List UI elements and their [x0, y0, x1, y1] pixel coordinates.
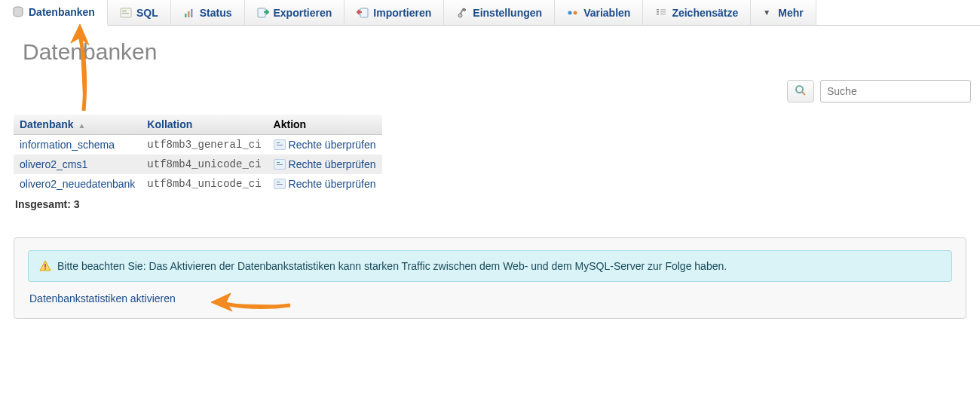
svg-point-11 [568, 11, 572, 14]
svg-rect-16 [660, 9, 666, 11]
db-link[interactable]: olivero2_cms1 [20, 158, 87, 170]
top-tabs: Datenbanken SQL Status Exportieren Impor… [0, 0, 980, 26]
collation-value: utf8mb3_general_ci [141, 135, 267, 155]
status-icon [183, 7, 195, 19]
svg-rect-2 [122, 11, 127, 11]
sql-icon [120, 7, 132, 19]
svg-line-20 [802, 92, 805, 95]
tab-label: Exportieren [274, 7, 332, 19]
collation-value: utf8mb4_unicode_ci [141, 174, 267, 194]
tab-sql[interactable]: SQL [108, 0, 171, 25]
search-input[interactable] [820, 80, 971, 102]
tab-status[interactable]: Status [171, 0, 245, 25]
search-row [0, 75, 980, 107]
tab-importieren[interactable]: Importieren [345, 0, 444, 25]
svg-rect-22 [44, 268, 46, 270]
table-row: information_schema utf8mb3_general_ci Re… [14, 135, 382, 155]
notice-panel: Bitte beachten Sie: Das Aktivieren der D… [14, 237, 966, 319]
database-icon [12, 6, 24, 18]
enable-stats-link[interactable]: Datenbankstatistiken aktivieren [29, 292, 176, 304]
collation-value: utf8mb4_unicode_ci [141, 155, 267, 174]
notice-text: Bitte beachten Sie: Das Aktivieren der D… [57, 260, 727, 272]
svg-rect-13 [657, 9, 659, 11]
table-row: olivero2_cms1 utf8mb4_unicode_ci Rechte … [14, 155, 382, 174]
svg-point-9 [464, 8, 466, 11]
svg-rect-3 [122, 13, 129, 14]
db-link[interactable]: information_schema [20, 139, 115, 151]
tab-label: Status [200, 7, 232, 19]
svg-point-12 [574, 11, 577, 14]
col-action: Aktion [268, 115, 382, 135]
charset-icon [655, 7, 667, 19]
svg-rect-18 [660, 14, 666, 15]
notice-message: Bitte beachten Sie: Das Aktivieren der D… [28, 250, 952, 282]
db-link[interactable]: olivero2_neuedatenbank [20, 178, 135, 190]
privileges-icon [274, 159, 286, 170]
total-count: Insgesamt: 3 [14, 194, 427, 210]
table-row: olivero2_neuedatenbank utf8mb4_unicode_c… [14, 174, 382, 194]
svg-rect-14 [657, 11, 659, 13]
tab-label: Mehr [778, 7, 803, 19]
variables-icon [567, 7, 579, 19]
svg-rect-4 [185, 14, 187, 17]
tab-label: Einstellungen [473, 7, 542, 19]
privileges-icon [274, 139, 286, 150]
svg-rect-5 [188, 11, 190, 17]
tab-exportieren[interactable]: Exportieren [245, 0, 345, 25]
import-icon [357, 7, 369, 19]
col-database[interactable]: Datenbank ▲ [14, 115, 141, 135]
tab-zeichensaetze[interactable]: Zeichensätze [643, 0, 751, 25]
tab-label: Datenbanken [29, 6, 95, 18]
check-privileges-link[interactable]: Rechte überprüfen [289, 178, 376, 190]
sort-asc-icon: ▲ [78, 121, 85, 130]
col-collation[interactable]: Kollation [141, 115, 267, 135]
tab-label: SQL [136, 7, 158, 19]
tab-mehr[interactable]: ▼ Mehr [751, 0, 816, 25]
search-button[interactable] [787, 80, 814, 102]
settings-icon [456, 7, 468, 19]
privileges-icon [274, 179, 286, 189]
database-table: Datenbank ▲ Kollation Aktion information… [14, 115, 427, 210]
tab-label: Variablen [583, 7, 630, 19]
tab-label: Importieren [373, 7, 431, 19]
warning-icon [39, 260, 51, 272]
tab-einstellungen[interactable]: Einstellungen [444, 0, 555, 25]
check-privileges-link[interactable]: Rechte überprüfen [289, 158, 376, 170]
svg-rect-17 [660, 11, 666, 13]
tab-variablen[interactable]: Variablen [555, 0, 643, 25]
svg-rect-6 [191, 9, 193, 17]
check-privileges-link[interactable]: Rechte überprüfen [289, 139, 376, 151]
svg-rect-15 [657, 14, 659, 15]
svg-point-10 [458, 14, 462, 17]
svg-rect-21 [44, 264, 46, 268]
export-icon [257, 7, 269, 19]
svg-point-19 [796, 86, 803, 93]
tab-label: Zeichensätze [672, 7, 738, 19]
chevron-down-icon: ▼ [763, 8, 770, 17]
tab-datenbanken[interactable]: Datenbanken [0, 0, 108, 26]
search-icon [795, 84, 807, 99]
page-title: Datenbanken [23, 39, 980, 65]
